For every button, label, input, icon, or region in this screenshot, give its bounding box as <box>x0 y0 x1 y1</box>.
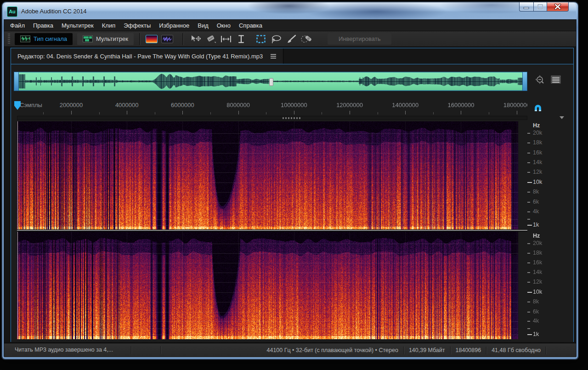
slip-tool-button[interactable] <box>219 33 233 45</box>
status-format-info: 44100 Гц • 32-бит (с плавающей точкой) •… <box>266 347 398 353</box>
spot-healing-brush-tool-button[interactable] <box>300 33 313 45</box>
lasso-selection-tool-button[interactable] <box>269 33 283 45</box>
timeline-tick-label: 4000000 <box>115 102 139 108</box>
menu-item-view[interactable]: Вид <box>193 20 213 31</box>
menu-item-window[interactable]: Окно <box>213 20 235 31</box>
razor-tool-button[interactable] <box>204 33 218 45</box>
frequency-tick-label: 12k <box>533 279 542 285</box>
editor-tab[interactable]: Редактор: 04. Denis Sender & Cynthia Hal… <box>11 48 283 64</box>
snapping-toggle-button[interactable] <box>532 102 544 114</box>
frequency-tick <box>527 253 530 254</box>
frequency-scale-right[interactable]: Hz20k18k16k14k12k10k8k6k4k1k <box>527 232 572 339</box>
frequency-scale-left[interactable]: Hz20k18k16k14k12k10k8k6k4k1k <box>527 121 572 230</box>
frequency-tick <box>527 162 530 163</box>
menu-bar: ФайлПравкаМультитрекКлипЭффектыИзбранное… <box>4 20 576 31</box>
horizontal-zoom-scrollbar[interactable] <box>17 116 527 120</box>
overview-bar <box>14 72 527 91</box>
frequency-tick <box>527 142 530 143</box>
magnet-icon <box>532 102 544 114</box>
lasso-selection-tool-icon <box>270 34 282 44</box>
status-message: Читать MP3 аудио завершено за 4,... <box>15 347 113 353</box>
frequency-tick <box>527 243 530 244</box>
time-selection-tool-button[interactable] <box>234 33 248 45</box>
spot-healing-brush-tool-icon <box>300 34 312 44</box>
display-list-button[interactable] <box>551 75 561 84</box>
frequency-tick-label: 6k <box>533 199 539 205</box>
menu-item-file[interactable]: Файл <box>6 20 29 31</box>
timeline-tick <box>155 112 155 114</box>
status-free-space: 41,48 Гб свободно <box>492 347 541 353</box>
editor-content: Сэмплы 200000040000006000000800000010000… <box>11 64 573 342</box>
frequency-tick <box>527 312 530 313</box>
frequency-tick-label: 10k <box>533 289 542 295</box>
spectrogram-right-channel[interactable] <box>17 232 518 339</box>
invert-button[interactable]: Инвертировать <box>328 33 392 45</box>
paintbrush-selection-tool-button[interactable] <box>284 33 298 45</box>
zoom-out-icon <box>534 74 546 86</box>
timeline-unit-label: Сэмплы <box>20 102 42 108</box>
frequency-tick-label: 14k <box>533 269 542 275</box>
timeline-tick <box>461 111 461 114</box>
zoom-out-button[interactable] <box>534 74 546 86</box>
toolbar-grip-handle[interactable] <box>8 34 10 45</box>
marquee-selection-tool-button[interactable] <box>254 33 268 45</box>
frequency-tick-label: 18k <box>533 250 542 256</box>
timeline-tick <box>266 112 266 114</box>
timeline-tick-label: 8000000 <box>226 102 250 108</box>
application-frame: ФайлПравкаМультитрекКлипЭффектыИзбранное… <box>4 20 576 356</box>
menu-item-edit[interactable]: Правка <box>29 20 57 31</box>
waveform-editor-label: Тип сигнала <box>34 35 67 42</box>
toolbar-separator <box>182 33 183 45</box>
overview-left-handle[interactable] <box>14 72 19 91</box>
frequency-tick <box>527 262 530 263</box>
frequency-tick <box>527 192 530 193</box>
multitrack-button[interactable]: Мультитрек <box>77 33 134 45</box>
menu-item-multitrack[interactable]: Мультитрек <box>57 20 98 31</box>
waveform-editor-button[interactable]: Тип сигнала <box>15 33 73 45</box>
frequency-tick <box>527 153 530 154</box>
timeline-ruler[interactable]: Сэмплы 200000040000006000000800000010000… <box>17 100 527 115</box>
overview-marker[interactable] <box>269 78 273 86</box>
move-tool-icon <box>190 34 201 44</box>
status-separator <box>546 347 546 354</box>
menu-item-help[interactable]: Справка <box>235 20 266 31</box>
multitrack-label: Мультитрек <box>96 35 128 42</box>
menu-item-clip[interactable]: Клип <box>98 20 119 31</box>
scale-menu-arrow-icon[interactable] <box>560 116 564 119</box>
timeline-tick <box>350 111 350 114</box>
close-button[interactable] <box>547 2 569 11</box>
move-tool-button[interactable] <box>189 33 203 45</box>
frequency-tick <box>527 272 530 273</box>
timeline-tick <box>210 112 211 114</box>
overview-right-handle[interactable] <box>522 72 527 91</box>
editor-panel: Редактор: 04. Denis Sender & Cynthia Hal… <box>11 48 574 342</box>
menu-item-effects[interactable]: Эффекты <box>119 20 155 31</box>
timeline-tick <box>378 112 378 114</box>
menu-item-favorites[interactable]: Избранное <box>155 20 193 31</box>
maximize-button[interactable] <box>533 2 547 11</box>
scrollbar-grip[interactable] <box>283 117 301 119</box>
timeline-tick <box>517 111 517 114</box>
frequency-tick <box>527 172 530 173</box>
timeline-tick-label: 2000000 <box>60 102 83 108</box>
frequency-tick <box>527 292 532 293</box>
status-file-size: 140,39 Мбайт <box>409 347 445 353</box>
spectrogram-left-channel[interactable] <box>17 121 518 230</box>
window-title: Adobe Audition CC 2014 <box>21 8 86 15</box>
display-list-icon <box>551 75 561 84</box>
waveform-view-button[interactable] <box>161 35 173 43</box>
frequency-tick <box>527 282 530 283</box>
panel-menu-icon[interactable] <box>270 54 277 59</box>
status-bar: Читать MP3 аудио завершено за 4,... 4410… <box>4 343 576 357</box>
frequency-tick-label: 10k <box>533 179 542 185</box>
status-separator <box>486 347 486 354</box>
timeline-tick <box>71 111 72 114</box>
minimize-button[interactable] <box>519 2 533 11</box>
frequency-tick <box>527 321 530 322</box>
spectrogram-view-button[interactable] <box>146 35 158 43</box>
waveform-editor-icon <box>20 35 30 42</box>
close-icon <box>554 4 561 10</box>
status-separator <box>131 346 131 354</box>
timeline-tick <box>433 112 434 114</box>
title-bar[interactable]: Au Adobe Audition CC 2014 <box>4 2 576 20</box>
